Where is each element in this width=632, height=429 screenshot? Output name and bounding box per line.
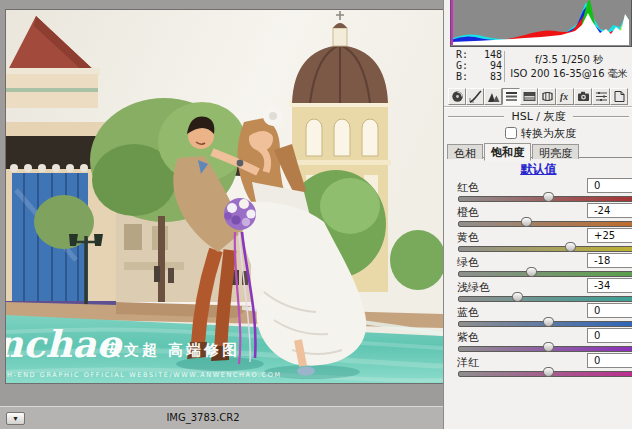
slider-row-red: 红色 xyxy=(444,180,632,205)
snapshots-icon[interactable] xyxy=(610,88,628,105)
split-toning-icon[interactable] xyxy=(520,88,538,105)
slider-label: 蓝色 xyxy=(457,305,479,320)
tab-saturation[interactable]: 饱和度 xyxy=(484,143,531,161)
histogram xyxy=(450,0,632,47)
photo-preview: nchao 安文超 高端修图 H-END GRAPHIC OFFICIAL WE… xyxy=(6,10,443,383)
slider-row-purple: 紫色 xyxy=(444,330,632,355)
iso-lens-info: ISO 200 16-35@16 毫米 xyxy=(508,67,630,81)
slider-thumb[interactable] xyxy=(521,217,532,227)
slider-value-input[interactable] xyxy=(587,203,632,218)
slider-track[interactable] xyxy=(458,271,632,277)
basic-panel-icon[interactable] xyxy=(448,88,466,105)
effects-icon[interactable]: fx xyxy=(556,88,574,105)
r-label: R: xyxy=(456,49,468,60)
status-bar: ▼ IMG_3783.CR2 xyxy=(0,406,443,429)
convert-to-grayscale-label: 转换为灰度 xyxy=(521,127,576,140)
slider-value-input[interactable] xyxy=(587,353,632,368)
panel-tab-strip: fx xyxy=(448,88,630,107)
presets-icon[interactable] xyxy=(592,88,610,105)
tab-hue[interactable]: 色相 xyxy=(447,144,483,159)
slider-thumb[interactable] xyxy=(565,242,576,252)
slider-thumb[interactable] xyxy=(543,317,554,327)
slider-value-input[interactable] xyxy=(587,178,632,193)
hsl-tabs: 色相饱和度明亮度 xyxy=(447,141,632,158)
svg-text:fx: fx xyxy=(560,92,568,102)
slider-row-magenta: 洋红 xyxy=(444,355,632,380)
defaults-row: 默认值 xyxy=(444,161,632,178)
g-label: G: xyxy=(456,60,468,71)
slider-thumb[interactable] xyxy=(543,342,554,352)
r-value: 148 xyxy=(484,49,502,60)
image-canvas: nchao 安文超 高端修图 H-END GRAPHIC OFFICIAL WE… xyxy=(0,0,443,429)
slider-thumb[interactable] xyxy=(512,292,523,302)
panel-divider xyxy=(444,106,632,107)
lens-corrections-icon[interactable] xyxy=(538,88,556,105)
slider-value-input[interactable] xyxy=(587,303,632,318)
slider-value-input[interactable] xyxy=(587,253,632,268)
slider-label: 洋红 xyxy=(457,355,479,370)
slider-label: 紫色 xyxy=(457,330,479,345)
panel-title: HSL / 灰度 xyxy=(448,109,629,124)
adjustments-panel: R:148 G:94 B:83 f/3.5 1/250 秒 ISO 200 16… xyxy=(443,0,632,429)
slider-row-yellow: 黄色 xyxy=(444,230,632,255)
detail-icon[interactable] xyxy=(484,88,502,105)
slider-thumb[interactable] xyxy=(543,192,554,202)
b-value: 83 xyxy=(490,71,502,82)
tab-luminance[interactable]: 明亮度 xyxy=(532,144,579,159)
slider-label: 绿色 xyxy=(457,255,479,270)
filename-label: IMG_3783.CR2 xyxy=(0,412,406,423)
tone-curve-icon[interactable] xyxy=(466,88,484,105)
slider-label: 浅绿色 xyxy=(457,280,490,295)
convert-to-grayscale-row: 转换为灰度 xyxy=(444,124,632,142)
slider-label: 红色 xyxy=(457,180,479,195)
camera-calibration-icon[interactable] xyxy=(574,88,592,105)
rgb-readout: R:148 G:94 B:83 xyxy=(456,49,502,82)
readout-divider xyxy=(504,51,505,82)
hsl-grayscale-icon[interactable] xyxy=(502,88,520,105)
slider-row-orange: 橙色 xyxy=(444,205,632,230)
convert-to-grayscale-checkbox[interactable] xyxy=(505,127,517,139)
slider-row-green: 绿色 xyxy=(444,255,632,280)
slider-value-input[interactable] xyxy=(587,328,632,343)
slider-row-aqua: 浅绿色 xyxy=(444,280,632,305)
b-label: B: xyxy=(456,71,468,82)
exposure-info: f/3.5 1/250 秒 xyxy=(508,53,630,67)
exif-info: f/3.5 1/250 秒 ISO 200 16-35@16 毫米 xyxy=(508,53,630,81)
slider-label: 黄色 xyxy=(457,230,479,245)
slider-thumb[interactable] xyxy=(543,367,554,377)
slider-track[interactable] xyxy=(458,296,632,302)
g-value: 94 xyxy=(490,60,502,71)
slider-track[interactable] xyxy=(458,221,632,227)
slider-label: 橙色 xyxy=(457,205,479,220)
convert-to-grayscale-checkbox-label[interactable]: 转换为灰度 xyxy=(501,127,576,140)
slider-track[interactable] xyxy=(458,246,632,252)
slider-value-input[interactable] xyxy=(587,278,632,293)
slider-value-input[interactable] xyxy=(587,228,632,243)
slider-row-blue: 蓝色 xyxy=(444,305,632,330)
defaults-link[interactable]: 默认值 xyxy=(521,162,557,176)
wedding-photo-illustration xyxy=(6,10,443,383)
